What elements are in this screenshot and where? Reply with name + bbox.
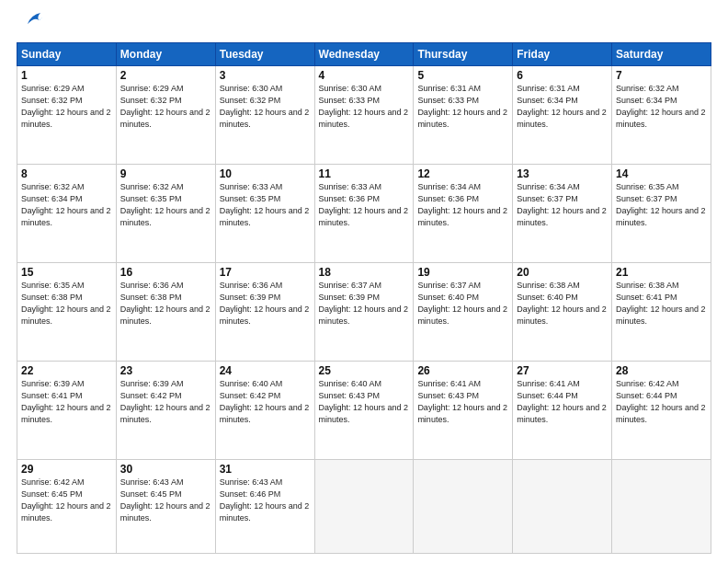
day-number: 22	[21, 364, 112, 377]
day-info: Sunrise: 6:38 AM Sunset: 6:40 PM Dayligh…	[517, 280, 608, 327]
table-row: 13 Sunrise: 6:34 AM Sunset: 6:37 PM Dayl…	[513, 165, 612, 263]
col-header-tuesday: Tuesday	[215, 43, 314, 66]
table-row: 4 Sunrise: 6:30 AM Sunset: 6:33 PM Dayli…	[314, 66, 414, 165]
table-row: 31 Sunrise: 6:43 AM Sunset: 6:46 PM Dayl…	[215, 460, 314, 554]
day-number: 19	[417, 266, 508, 279]
day-number: 28	[616, 364, 707, 377]
page: SundayMondayTuesdayWednesdayThursdayFrid…	[0, 0, 728, 563]
day-info: Sunrise: 6:33 AM Sunset: 6:36 PM Dayligh…	[319, 181, 410, 229]
calendar-week-4: 22 Sunrise: 6:39 AM Sunset: 6:41 PM Dayl…	[17, 362, 711, 460]
day-info: Sunrise: 6:32 AM Sunset: 6:35 PM Dayligh…	[120, 181, 211, 229]
table-row: 12 Sunrise: 6:34 AM Sunset: 6:36 PM Dayl…	[414, 165, 513, 263]
table-row: 14 Sunrise: 6:35 AM Sunset: 6:37 PM Dayl…	[612, 165, 711, 263]
day-info: Sunrise: 6:34 AM Sunset: 6:37 PM Dayligh…	[517, 181, 608, 229]
day-number: 30	[120, 463, 211, 476]
table-row: 2 Sunrise: 6:29 AM Sunset: 6:32 PM Dayli…	[116, 66, 215, 165]
day-info: Sunrise: 6:39 AM Sunset: 6:42 PM Dayligh…	[120, 378, 211, 426]
day-info: Sunrise: 6:37 AM Sunset: 6:39 PM Dayligh…	[319, 280, 410, 327]
day-number: 9	[120, 167, 211, 180]
day-info: Sunrise: 6:43 AM Sunset: 6:45 PM Dayligh…	[120, 477, 211, 524]
table-row: 21 Sunrise: 6:38 AM Sunset: 6:41 PM Dayl…	[612, 263, 711, 362]
table-row: 6 Sunrise: 6:31 AM Sunset: 6:34 PM Dayli…	[513, 66, 612, 165]
calendar-header-row: SundayMondayTuesdayWednesdayThursdayFrid…	[17, 43, 711, 66]
day-number: 7	[616, 69, 707, 82]
calendar-week-3: 15 Sunrise: 6:35 AM Sunset: 6:38 PM Dayl…	[17, 263, 711, 362]
table-row: 24 Sunrise: 6:40 AM Sunset: 6:42 PM Dayl…	[215, 362, 314, 460]
table-row: 19 Sunrise: 6:37 AM Sunset: 6:40 PM Dayl…	[414, 263, 513, 362]
table-row	[513, 460, 612, 554]
day-number: 29	[21, 463, 112, 476]
day-info: Sunrise: 6:40 AM Sunset: 6:42 PM Dayligh…	[220, 378, 311, 426]
day-number: 3	[220, 69, 311, 82]
col-header-thursday: Thursday	[414, 43, 513, 66]
day-info: Sunrise: 6:30 AM Sunset: 6:33 PM Dayligh…	[319, 83, 410, 131]
col-header-friday: Friday	[513, 43, 612, 66]
calendar-week-5: 29 Sunrise: 6:42 AM Sunset: 6:45 PM Dayl…	[17, 460, 711, 554]
day-info: Sunrise: 6:34 AM Sunset: 6:36 PM Dayligh…	[417, 181, 508, 229]
day-info: Sunrise: 6:40 AM Sunset: 6:43 PM Dayligh…	[319, 378, 410, 426]
table-row	[612, 460, 711, 554]
table-row: 18 Sunrise: 6:37 AM Sunset: 6:39 PM Dayl…	[314, 263, 414, 362]
calendar-table: SundayMondayTuesdayWednesdayThursdayFrid…	[17, 42, 711, 554]
calendar-week-1: 1 Sunrise: 6:29 AM Sunset: 6:32 PM Dayli…	[17, 66, 711, 165]
day-info: Sunrise: 6:36 AM Sunset: 6:39 PM Dayligh…	[220, 280, 311, 327]
day-info: Sunrise: 6:32 AM Sunset: 6:34 PM Dayligh…	[616, 83, 707, 131]
day-info: Sunrise: 6:37 AM Sunset: 6:40 PM Dayligh…	[417, 280, 508, 327]
day-number: 17	[220, 266, 311, 279]
day-number: 21	[616, 266, 707, 279]
day-number: 25	[319, 364, 410, 377]
day-info: Sunrise: 6:32 AM Sunset: 6:34 PM Dayligh…	[21, 181, 112, 229]
table-row: 7 Sunrise: 6:32 AM Sunset: 6:34 PM Dayli…	[612, 66, 711, 165]
day-number: 8	[21, 167, 112, 180]
day-info: Sunrise: 6:38 AM Sunset: 6:41 PM Dayligh…	[616, 280, 707, 327]
table-row: 28 Sunrise: 6:42 AM Sunset: 6:44 PM Dayl…	[612, 362, 711, 460]
day-number: 13	[517, 167, 608, 180]
day-number: 20	[517, 266, 608, 279]
table-row: 26 Sunrise: 6:41 AM Sunset: 6:43 PM Dayl…	[414, 362, 513, 460]
table-row	[414, 460, 513, 554]
table-row: 9 Sunrise: 6:32 AM Sunset: 6:35 PM Dayli…	[116, 165, 215, 263]
table-row: 8 Sunrise: 6:32 AM Sunset: 6:34 PM Dayli…	[17, 165, 117, 263]
table-row	[314, 460, 414, 554]
day-number: 5	[417, 69, 508, 82]
col-header-wednesday: Wednesday	[314, 43, 414, 66]
table-row: 17 Sunrise: 6:36 AM Sunset: 6:39 PM Dayl…	[215, 263, 314, 362]
day-info: Sunrise: 6:39 AM Sunset: 6:41 PM Dayligh…	[21, 378, 112, 426]
day-info: Sunrise: 6:43 AM Sunset: 6:46 PM Dayligh…	[220, 477, 311, 524]
day-info: Sunrise: 6:42 AM Sunset: 6:45 PM Dayligh…	[21, 477, 112, 524]
table-row: 5 Sunrise: 6:31 AM Sunset: 6:33 PM Dayli…	[414, 66, 513, 165]
day-number: 6	[517, 69, 608, 82]
day-number: 16	[120, 266, 211, 279]
table-row: 23 Sunrise: 6:39 AM Sunset: 6:42 PM Dayl…	[116, 362, 215, 460]
day-info: Sunrise: 6:31 AM Sunset: 6:34 PM Dayligh…	[517, 83, 608, 131]
day-number: 15	[21, 266, 112, 279]
day-info: Sunrise: 6:41 AM Sunset: 6:43 PM Dayligh…	[417, 378, 508, 426]
calendar-week-2: 8 Sunrise: 6:32 AM Sunset: 6:34 PM Dayli…	[17, 165, 711, 263]
day-info: Sunrise: 6:31 AM Sunset: 6:33 PM Dayligh…	[417, 83, 508, 131]
header	[17, 17, 711, 33]
table-row: 10 Sunrise: 6:33 AM Sunset: 6:35 PM Dayl…	[215, 165, 314, 263]
day-number: 12	[417, 167, 508, 180]
day-info: Sunrise: 6:35 AM Sunset: 6:37 PM Dayligh…	[616, 181, 707, 229]
table-row: 27 Sunrise: 6:41 AM Sunset: 6:44 PM Dayl…	[513, 362, 612, 460]
day-number: 27	[517, 364, 608, 377]
day-number: 26	[417, 364, 508, 377]
day-info: Sunrise: 6:30 AM Sunset: 6:32 PM Dayligh…	[220, 83, 311, 131]
day-info: Sunrise: 6:35 AM Sunset: 6:38 PM Dayligh…	[21, 280, 112, 327]
logo	[17, 17, 46, 33]
table-row: 16 Sunrise: 6:36 AM Sunset: 6:38 PM Dayl…	[116, 263, 215, 362]
logo-bird-icon	[20, 7, 46, 33]
day-info: Sunrise: 6:41 AM Sunset: 6:44 PM Dayligh…	[517, 378, 608, 426]
day-number: 2	[120, 69, 211, 82]
col-header-sunday: Sunday	[17, 43, 117, 66]
day-number: 31	[220, 463, 311, 476]
day-number: 23	[120, 364, 211, 377]
table-row: 20 Sunrise: 6:38 AM Sunset: 6:40 PM Dayl…	[513, 263, 612, 362]
table-row: 25 Sunrise: 6:40 AM Sunset: 6:43 PM Dayl…	[314, 362, 414, 460]
day-info: Sunrise: 6:29 AM Sunset: 6:32 PM Dayligh…	[120, 83, 211, 131]
day-number: 11	[319, 167, 410, 180]
day-number: 10	[220, 167, 311, 180]
table-row: 1 Sunrise: 6:29 AM Sunset: 6:32 PM Dayli…	[17, 66, 117, 165]
day-number: 24	[220, 364, 311, 377]
day-number: 18	[319, 266, 410, 279]
